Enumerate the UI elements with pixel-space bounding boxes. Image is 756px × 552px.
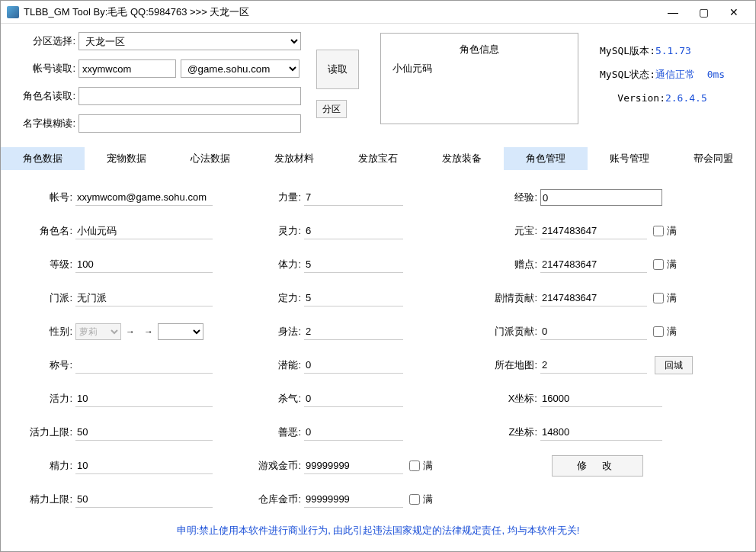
story-l: 剧情贡献: (479, 291, 540, 305)
title-l: 称号: (22, 358, 75, 372)
zone-label: 分区选择: (13, 34, 78, 48)
res-field[interactable] (304, 290, 403, 306)
yuanbao-l: 元宝: (479, 224, 540, 238)
factionc-full-check[interactable]: 满 (653, 325, 677, 339)
bank-field[interactable] (304, 491, 403, 508)
agi-field[interactable] (304, 323, 403, 340)
zcoord-field[interactable] (540, 424, 662, 441)
vigormax-field[interactable] (75, 491, 213, 508)
fuzzy-read-label: 名字模糊读: (13, 117, 78, 130)
role-info-item[interactable]: 小仙元码 (387, 59, 572, 78)
account-read-label: 帐号读取: (13, 62, 78, 75)
yuanbao-full-check[interactable]: 满 (653, 224, 677, 238)
account-field[interactable] (75, 189, 213, 206)
spi-field[interactable] (304, 223, 403, 239)
disclaimer: 申明:禁止使用本软件进行商业行为, 由此引起违法国家规定的法律规定责任, 均与本… (22, 524, 734, 538)
kill-field[interactable] (304, 390, 403, 407)
tab-gems[interactable]: 发放宝石 (336, 147, 420, 170)
gift-l: 赠点: (479, 258, 540, 271)
tab-account-mgmt[interactable]: 账号管理 (588, 147, 671, 170)
arrow-icon: → (144, 326, 153, 337)
level-field[interactable] (75, 256, 213, 273)
story-field[interactable] (540, 290, 647, 306)
tab-role-mgmt[interactable]: 角色管理 (504, 147, 588, 170)
role-info-panel: 角色信息 小仙元码 (380, 33, 578, 124)
kill-l: 杀气: (251, 392, 304, 406)
con-field[interactable] (304, 256, 403, 273)
title-field[interactable] (75, 357, 213, 374)
gift-field[interactable] (540, 256, 647, 273)
tab-guild[interactable]: 帮会同盟 (671, 147, 755, 170)
factionc-l: 门派贡献: (479, 325, 540, 339)
exp-l: 经验: (479, 191, 540, 204)
domain-select[interactable]: @game.sohu.com (181, 59, 300, 78)
arrow-icon: → (126, 326, 135, 337)
str-field[interactable] (304, 189, 403, 206)
vigormax-l: 精力上限: (22, 493, 75, 506)
zone-select[interactable]: 天龙一区 (78, 32, 301, 50)
energy-l: 活力: (22, 392, 75, 406)
story-full-check[interactable]: 满 (653, 291, 677, 305)
tab-materials[interactable]: 发放材料 (252, 147, 336, 170)
yuanbao-field[interactable] (540, 223, 647, 239)
tab-equipment[interactable]: 发放装备 (420, 147, 504, 170)
maximize-button[interactable]: ▢ (688, 2, 719, 23)
vigor-field[interactable] (75, 457, 213, 474)
faction-l: 门派: (22, 291, 75, 305)
zcoord-l: Z坐标: (479, 425, 540, 439)
bank-full-check[interactable]: 满 (409, 493, 433, 506)
close-button[interactable]: ✕ (719, 2, 749, 23)
energymax-l: 活力上限: (22, 425, 75, 439)
charname-read-label: 角色名读取: (13, 89, 78, 103)
level-l: 等级: (22, 258, 75, 271)
role-form: 帐号: 力量: 经验: 角色名: 灵力: 元宝:满 等级: 体力: 赠点:满 门… (1, 170, 755, 538)
faction-field[interactable] (75, 290, 213, 306)
con-l: 体力: (251, 258, 304, 271)
gold-l: 游戏金币: (251, 459, 304, 473)
bank-l: 仓库金币: (251, 493, 304, 506)
charname-l: 角色名: (22, 224, 75, 238)
moral-l: 善恶: (251, 425, 304, 439)
window-title: TLBB_GM Tool By:毛毛 QQ:5984763 >>> 天龙一区 (24, 5, 658, 19)
modify-button[interactable]: 修 改 (552, 455, 643, 477)
tab-bar: 角色数据 宠物数据 心法数据 发放材料 发放宝石 发放装备 角色管理 账号管理 … (1, 147, 755, 170)
gender-select: 萝莉 (75, 323, 121, 340)
exp-field[interactable] (540, 189, 662, 206)
account-input[interactable] (78, 59, 176, 78)
xcoord-field[interactable] (540, 390, 662, 407)
pot-field[interactable] (304, 357, 403, 374)
xcoord-l: X坐标: (479, 392, 540, 406)
gold-field[interactable] (304, 457, 403, 474)
db-info: MySQL版本:5.1.73 MySQL状态:通信正常 0ms Version:… (600, 39, 725, 141)
charname-input[interactable] (78, 87, 301, 105)
role-info-header: 角色信息 (387, 40, 572, 59)
vigor-l: 精力: (22, 459, 75, 473)
gender-target-select[interactable] (158, 323, 203, 340)
energymax-field[interactable] (75, 424, 213, 441)
pot-l: 潜能: (251, 358, 304, 372)
titlebar: TLBB_GM Tool By:毛毛 QQ:5984763 >>> 天龙一区 —… (1, 1, 755, 24)
charname-field[interactable] (75, 223, 213, 239)
gift-full-check[interactable]: 满 (653, 258, 677, 271)
map-field[interactable] (540, 357, 647, 374)
res-l: 定力: (251, 291, 304, 305)
read-button[interactable]: 读取 (316, 50, 359, 89)
app-icon (7, 6, 19, 18)
zone-button[interactable]: 分区 (316, 100, 347, 118)
moral-field[interactable] (304, 424, 403, 441)
gender-l: 性别: (22, 325, 75, 339)
gold-full-check[interactable]: 满 (409, 459, 433, 473)
fuzzy-input[interactable] (78, 114, 301, 133)
agi-l: 身法: (251, 325, 304, 339)
map-l: 所在地图: (479, 358, 540, 372)
spi-l: 灵力: (251, 224, 304, 238)
account-l: 帐号: (22, 191, 75, 204)
tab-role-data[interactable]: 角色数据 (1, 147, 85, 170)
energy-field[interactable] (75, 390, 213, 407)
factionc-field[interactable] (540, 323, 647, 340)
str-l: 力量: (251, 191, 304, 204)
minimize-button[interactable]: — (658, 2, 688, 23)
home-button[interactable]: 回城 (655, 356, 693, 374)
tab-pet-data[interactable]: 宠物数据 (85, 147, 168, 170)
tab-skill-data[interactable]: 心法数据 (168, 147, 252, 170)
